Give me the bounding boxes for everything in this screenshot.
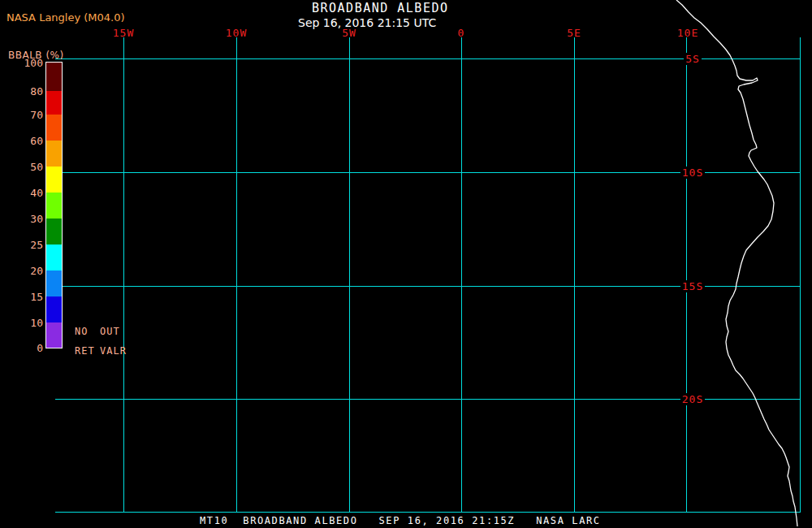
colorbar-tick-10: 10 (13, 317, 43, 329)
lon-label-10w: 10W (216, 27, 257, 39)
lon-label-5w: 5W (329, 27, 369, 39)
colorbar-tick-80: 80 (13, 85, 43, 97)
footer-satellite: MT10 (200, 515, 228, 526)
lon-label-15w: 15W (103, 27, 144, 39)
colorbar-segment-15-20 (46, 270, 62, 296)
colorbar-segment-60-70 (46, 115, 62, 141)
grid-lines (55, 37, 801, 513)
nasa-langley-brand: NASA Langley (M04.0) (6, 11, 125, 24)
lon-label-5e: 5E (554, 27, 594, 39)
colorbar-tick-15: 15 (13, 291, 43, 303)
colorbar-tick-20: 20 (13, 265, 43, 277)
map-canvas (0, 0, 812, 528)
colorbar (45, 62, 63, 348)
footer-product: BROADBAND ALBEDO (243, 515, 357, 526)
legend-out: OUT (100, 327, 120, 336)
colorbar-tick-100: 100 (13, 57, 43, 69)
legend-row: RET VALR (75, 346, 127, 356)
lon-label-0: 0 (441, 27, 482, 39)
colorbar-tick-30: 30 (13, 213, 43, 225)
lat-label-5s: 5S (676, 53, 710, 65)
broadband-albedo-screen: { "header": { "brand": "NASA Langley (M0… (0, 0, 812, 528)
legend-valr: VALR (100, 346, 127, 356)
colorbar-segment-30-40 (46, 193, 62, 219)
legend-row: NO OUT (75, 327, 127, 336)
colorbar-tick-25: 25 (13, 239, 43, 251)
lon-label-10e: 10E (667, 27, 708, 39)
footer-status-bar: MT10 BROADBAND ALBEDO SEP 16, 2016 21:15… (200, 515, 601, 526)
colorbar-tick-50: 50 (13, 161, 43, 173)
no-retrieval-legend: NO OUT RET VALR (75, 327, 127, 366)
footer-datetime: SEP 16, 2016 21:15Z (379, 515, 516, 526)
colorbar-segment-20-25 (46, 245, 62, 270)
legend-ret: RET (75, 346, 100, 356)
legend-no: NO (75, 327, 100, 336)
lat-label-10s: 10S (676, 167, 710, 179)
lat-label-20s: 20S (676, 393, 710, 405)
colorbar-tick-70: 70 (13, 109, 43, 121)
colorbar-tick-60: 60 (13, 135, 43, 147)
coastline (676, 0, 797, 526)
page-title: BROADBAND ALBEDO (312, 1, 449, 15)
colorbar-tick-0: 0 (13, 342, 43, 354)
colorbar-tick-40: 40 (13, 187, 43, 199)
colorbar-segment-25-30 (46, 219, 62, 245)
lat-label-15s: 15S (676, 280, 710, 292)
colorbar-segment-50-60 (46, 141, 62, 167)
colorbar-segment-80-100 (46, 63, 62, 91)
colorbar-segment-40-50 (46, 167, 62, 193)
colorbar-segment-0-10 (46, 322, 62, 348)
footer-org: NASA LARC (536, 515, 600, 526)
colorbar-segment-10-15 (46, 296, 62, 322)
colorbar-segment-70-80 (46, 91, 62, 115)
